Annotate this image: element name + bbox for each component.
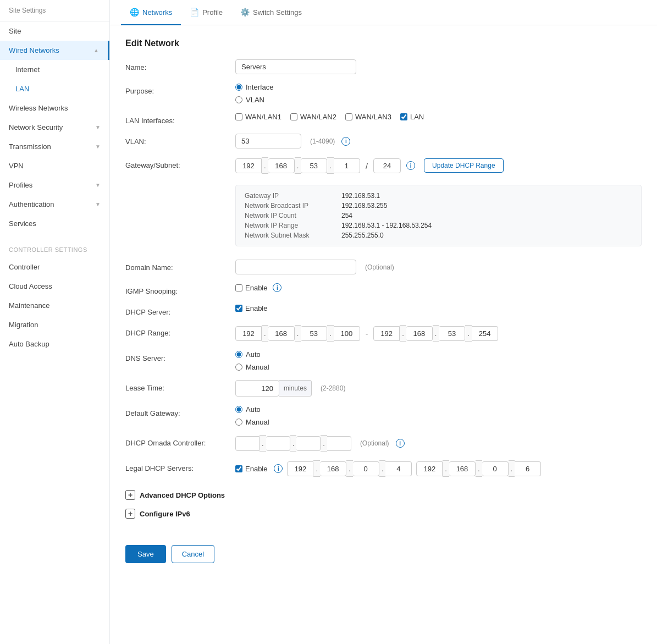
legal-s1-octet-3[interactable] [353,461,379,476]
sidebar-item-auto-backup[interactable]: Auto Backup [0,334,109,354]
sidebar-item-lan[interactable]: LAN [0,79,109,98]
sidebar-item-wired-networks[interactable]: Wired Networks ▲ [0,41,109,60]
lan-checkbox[interactable] [400,113,407,120]
tab-profile[interactable]: 📄 Profile [181,0,231,25]
sidebar-header: Site Settings [0,0,109,21]
sidebar-item-network-security[interactable]: Network Security ▼ [0,118,109,137]
interface-lan[interactable]: LAN [400,113,424,121]
omada-octet-3[interactable] [296,436,321,451]
sidebar-item-cloud-access[interactable]: Cloud Access [0,277,109,296]
dhcp-end-octet-4[interactable] [472,326,498,341]
sidebar-item-profiles[interactable]: Profiles ▼ [0,175,109,195]
purpose-interface-option[interactable]: Interface [235,83,642,91]
purpose-interface-radio[interactable] [235,84,242,91]
legal-s2-octet-4[interactable] [515,461,541,476]
igmp-info-icon[interactable]: i [273,283,281,292]
name-input[interactable] [235,59,356,74]
default-gateway-auto-option[interactable]: Auto [235,405,642,414]
sidebar-item-wireless-networks[interactable]: Wireless Networks [0,98,109,118]
name-label: Name: [125,59,235,71]
legal-servers-label: Legal DHCP Servers: [125,460,235,472]
dhcp-end-octet-3[interactable] [439,326,465,341]
legal-s2-octet-3[interactable] [482,461,509,476]
omada-dot-2: . [290,435,297,452]
interface-wan-lan3[interactable]: WAN/LAN3 [345,113,391,121]
sidebar-item-services[interactable]: Services [0,214,109,233]
domain-name-row: Domain Name: (Optional) [125,260,642,274]
dhcp-start-octet-3[interactable] [301,326,327,341]
gateway-ip-label: Gateway IP [245,192,333,200]
gateway-octet-4[interactable] [334,158,360,173]
omada-row: DHCP Omada Controller: . . . (Optional) … [125,435,642,452]
gateway-octet-1[interactable] [235,158,262,173]
switch-settings-tab-icon: ⚙️ [240,8,250,16]
omada-info-icon[interactable]: i [396,439,405,448]
dhcp-end-octet-1[interactable] [373,326,400,341]
lease-time-input[interactable] [235,380,279,397]
subnet-slash: / [363,161,370,170]
purpose-vlan-radio[interactable] [235,96,242,103]
sidebar-item-site[interactable]: Site [0,21,109,41]
default-gateway-manual-option[interactable]: Manual [235,418,642,426]
dns-auto-option[interactable]: Auto [235,350,642,359]
legal-s1-dot-3: . [379,460,386,477]
omada-octet-1[interactable] [235,436,260,451]
dhcp-start-octet-1[interactable] [235,326,262,341]
legal-checkbox[interactable] [235,465,242,472]
cancel-button[interactable]: Cancel [172,545,214,563]
igmp-label: IGMP Snooping: [125,283,235,295]
igmp-enable-option[interactable]: Enable [235,284,267,292]
wan-lan2-checkbox[interactable] [290,113,297,120]
sidebar-item-controller[interactable]: Controller [0,257,109,277]
sidebar-item-vpn[interactable]: VPN [0,156,109,175]
advanced-dhcp-expand[interactable]: + Advanced DHCP Options [125,486,642,504]
wan-lan3-checkbox[interactable] [345,113,352,120]
tab-switch-settings[interactable]: ⚙️ Switch Settings [231,0,311,25]
vlan-info-icon[interactable]: i [341,137,350,146]
legal-s1-octet-2[interactable] [320,461,346,476]
legal-s2-octet-1[interactable] [416,461,443,476]
sidebar-item-maintenance[interactable]: Maintenance [0,296,109,315]
dns-manual-option[interactable]: Manual [235,363,642,371]
legal-enable-option[interactable]: Enable [235,465,267,473]
legal-s1-octet-1[interactable] [287,461,313,476]
domain-name-input[interactable] [235,260,356,274]
dhcp-range-row: DHCP Range: . . . - . . [125,325,642,342]
gateway-octet-3[interactable] [301,158,327,173]
sidebar-item-transmission[interactable]: Transmission ▼ [0,137,109,156]
save-button[interactable]: Save [125,545,166,563]
wan-lan1-checkbox[interactable] [235,113,242,120]
configure-ipv6-expand[interactable]: + Configure IPv6 [125,504,642,523]
legal-s2-dot-2: . [476,460,482,477]
igmp-checkbox[interactable] [235,284,242,291]
default-gateway-manual-radio[interactable] [235,419,242,426]
interface-wan-lan1[interactable]: WAN/LAN1 [235,113,281,121]
default-gateway-auto-radio[interactable] [235,406,242,413]
update-dhcp-button[interactable]: Update DHCP Range [424,158,504,173]
subnet-input[interactable] [373,158,401,173]
legal-info-icon[interactable]: i [274,464,283,473]
interface-wan-lan2[interactable]: WAN/LAN2 [290,113,336,121]
gateway-octet-2[interactable] [268,158,295,173]
sidebar-item-internet[interactable]: Internet [0,60,109,79]
ip-count-label: Network IP Count [245,212,333,219]
sidebar-item-authentication[interactable]: Authentication ▼ [0,195,109,214]
dhcp-end-octet-2[interactable] [406,326,433,341]
name-control [235,59,642,74]
sidebar-item-migration[interactable]: Migration [0,315,109,334]
dhcp-server-enable-option[interactable]: Enable [235,304,642,312]
tab-networks[interactable]: 🌐 Networks [121,0,181,25]
omada-octet-4[interactable] [327,436,351,451]
dhcp-start-octet-4[interactable] [334,326,360,341]
dns-manual-radio[interactable] [235,364,242,371]
legal-server1-group: . . . [287,460,412,477]
omada-octet-2[interactable] [266,436,290,451]
legal-s2-octet-2[interactable] [449,461,476,476]
dhcp-start-octet-2[interactable] [268,326,295,341]
vlan-input[interactable] [235,134,301,148]
gateway-info-icon[interactable]: i [406,161,415,170]
purpose-vlan-option[interactable]: VLAN [235,96,642,104]
legal-s1-octet-4[interactable] [385,461,412,476]
dhcp-server-checkbox[interactable] [235,305,242,312]
dns-auto-radio[interactable] [235,351,242,358]
